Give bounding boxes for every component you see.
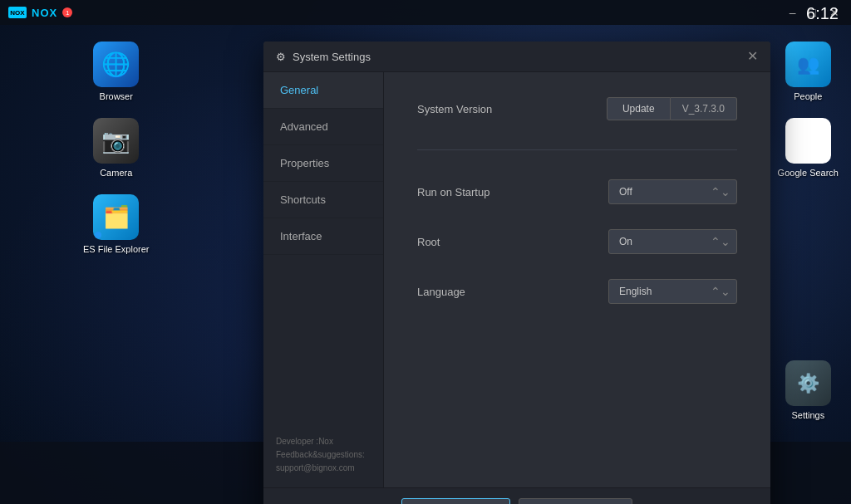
sidebar: General Advanced Properties Shortcuts In… (263, 72, 384, 487)
sidebar-footer: Developer :Nox Feedback&suggestions: sup… (263, 423, 383, 487)
root-label: Root (417, 236, 440, 248)
developer-line: Developer :Nox (276, 435, 371, 448)
save-changes-button[interactable]: Save Changes (401, 498, 510, 504)
language-dropdown[interactable]: English Chinese Japanese Korean ⌃⌄ (608, 279, 737, 304)
desktop-icons-left: 🌐 Browser 📷 Camera 🗂️ ES File Explorer (83, 42, 149, 254)
root-row: Root On Off ⌃⌄ (417, 229, 737, 254)
version-control: Update V_3.7.3.0 (607, 97, 737, 120)
minimize-button[interactable]: – (786, 4, 799, 21)
sidebar-item-shortcuts[interactable]: Shortcuts (263, 182, 383, 218)
browser-icon: 🌐 (93, 42, 139, 87)
camera-icon-item[interactable]: 📷 Camera (83, 118, 149, 178)
modal-title-text: System Settings (293, 51, 371, 63)
run-startup-select[interactable]: Off On (608, 179, 737, 204)
run-startup-dropdown[interactable]: Off On ⌃⌄ (608, 179, 737, 204)
settings-gear-icon: ⚙ (276, 51, 286, 63)
modal-close-button[interactable]: ✕ (747, 50, 758, 63)
sidebar-shortcuts-label: Shortcuts (280, 193, 326, 206)
sidebar-item-interface[interactable]: Interface (263, 218, 383, 255)
modal-header: ⚙ System Settings ✕ (263, 42, 770, 72)
version-text: V_3.7.3.0 (671, 97, 737, 120)
system-version-row: System Version Update V_3.7.3.0 (417, 97, 737, 120)
language-row: Language English Chinese Japanese Korean… (417, 279, 737, 304)
modal-overlay: ⚙ System Settings ✕ General Advanced Pro… (183, 25, 851, 504)
update-button[interactable]: Update (607, 97, 671, 120)
language-label: Language (417, 286, 465, 298)
language-select[interactable]: English Chinese Japanese Korean (608, 279, 737, 304)
settings-content: System Version Update V_3.7.3.0 Run on S… (384, 72, 770, 487)
camera-icon: 📷 (93, 118, 139, 164)
camera-label: Camera (100, 168, 132, 178)
reset-and-save-button[interactable]: Reset and Save (519, 498, 632, 504)
browser-icon-item[interactable]: 🌐 Browser (83, 42, 149, 101)
modal-title: ⚙ System Settings (276, 51, 371, 63)
nox-icon: NOX (8, 7, 27, 18)
run-startup-row: Run on Startup Off On ⌃⌄ (417, 179, 737, 204)
sidebar-interface-label: Interface (280, 230, 322, 242)
system-version-label: System Version (417, 103, 492, 115)
modal-body: General Advanced Properties Shortcuts In… (263, 72, 770, 487)
browser-label: Browser (100, 91, 133, 101)
email-line: support@bignox.com (276, 462, 371, 475)
clock: 6:12 (806, 4, 839, 23)
esfile-label: ES File Explorer (83, 244, 149, 254)
esfile-badge (95, 232, 101, 238)
modal-footer: Save Changes Reset and Save (263, 487, 770, 504)
sidebar-item-general[interactable]: General (263, 72, 383, 109)
feedback-line: Feedback&suggestions: (276, 448, 371, 462)
sidebar-item-properties[interactable]: Properties (263, 145, 383, 182)
notification-badge: 1 (62, 7, 72, 17)
esfile-icon-item[interactable]: 🗂️ ES File Explorer (83, 194, 149, 254)
topbar-left: NOX NOX 1 (8, 7, 72, 19)
sidebar-advanced-label: Advanced (280, 120, 328, 133)
sidebar-general-label: General (280, 84, 318, 96)
divider-1 (417, 149, 737, 150)
root-select[interactable]: On Off (608, 229, 737, 254)
sidebar-properties-label: Properties (280, 157, 329, 169)
run-startup-label: Run on Startup (417, 186, 489, 198)
root-dropdown[interactable]: On Off ⌃⌄ (608, 229, 737, 254)
esfile-icon: 🗂️ (93, 194, 139, 240)
system-settings-modal: ⚙ System Settings ✕ General Advanced Pro… (263, 42, 770, 504)
nox-logo: NOX (32, 7, 57, 19)
topbar: NOX NOX 1 – □ ✕ (0, 0, 851, 25)
sidebar-item-advanced[interactable]: Advanced (263, 109, 383, 145)
